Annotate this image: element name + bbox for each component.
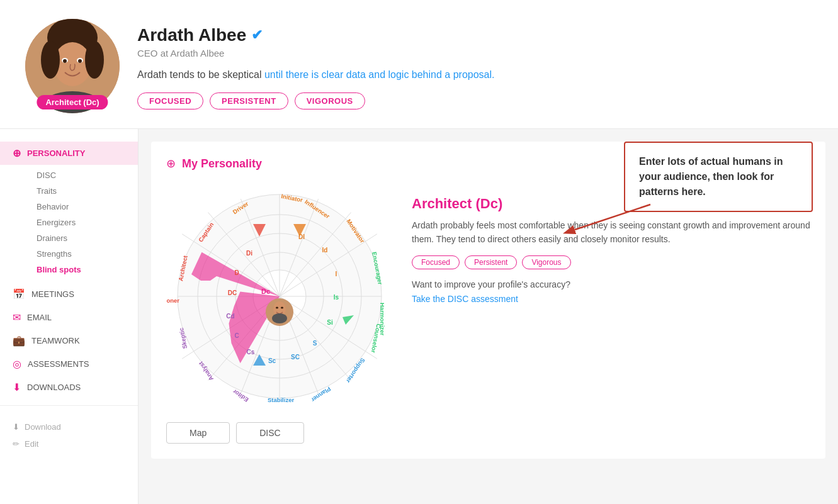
disc-s: S — [313, 340, 317, 347]
edit-label: Edit — [25, 439, 38, 449]
svg-point-38 — [272, 313, 287, 323]
disc-cd: Cd — [226, 313, 234, 320]
tag-vigorous: VIGOROUS — [295, 92, 365, 109]
tag-persistent: PERSISTENT — [210, 92, 288, 109]
disc-d: D — [234, 269, 239, 276]
sidebar-sub-drainers[interactable]: Drainers — [30, 230, 138, 246]
sidebar-downloads-label: DOWNLOADS — [27, 383, 81, 392]
bio-text-pre: Ardath tends to be skeptical — [137, 69, 264, 80]
disc-di: Di — [246, 250, 252, 257]
sidebar-item-meetings[interactable]: 📅 MEETINGS — [0, 283, 138, 306]
sidebar-assessments-label: ASSESSMENTS — [28, 359, 89, 369]
profile-tags: FOCUSED PERSISTENT VIGOROUS — [137, 92, 813, 109]
info-improve-text: Want to improve your profile's accuracy? — [412, 279, 810, 289]
sidebar-email-label: EMAIL — [27, 313, 52, 322]
sidebar-sub-energizers[interactable]: Energizers — [30, 215, 138, 230]
info-tag-vigorous: Vigorous — [522, 255, 570, 269]
profile-info: Ardath Albee ✔ CEO at Ardath Albee Ardat… — [137, 19, 813, 109]
disc-i: I — [336, 271, 337, 277]
sidebar-meetings-label: MEETINGS — [31, 289, 74, 299]
profile-bio: Ardath tends to be skeptical until there… — [137, 67, 813, 82]
sidebar-bottom: ⬇ Download ✏ Edit — [0, 412, 138, 459]
sidebar-item-assessments[interactable]: ◎ ASSESSMENTS — [0, 352, 138, 376]
sidebar-teamwork-label: TEAMWORK — [31, 336, 80, 345]
personality-icon: ⊕ — [13, 147, 21, 159]
tooltip-text: Enter lots of actual humans in your audi… — [639, 156, 783, 197]
tag-focused: FOCUSED — [137, 92, 203, 109]
tab-map[interactable]: Map — [166, 422, 230, 444]
sidebar-download-button[interactable]: ⬇ Download — [13, 418, 125, 435]
sidebar-item-teamwork[interactable]: 💼 TEAMWORK — [0, 329, 138, 352]
bio-text-highlight: until there is clear data and logic behi… — [264, 69, 495, 80]
disc-dc-center: Dc — [261, 288, 270, 295]
svg-point-9 — [78, 59, 82, 63]
disc-is: Is — [334, 294, 339, 301]
verified-icon: ✔ — [251, 27, 263, 43]
label-questioner: Questioner — [166, 297, 179, 304]
profile-header: Architect (Dc) Ardath Albee ✔ CEO at Ard… — [0, 0, 838, 129]
disc-id: Id — [322, 247, 328, 254]
sidebar-sub-personality: DISC Traits Behavior Energizers Drainers… — [0, 165, 138, 280]
tooltip-arrow-svg — [650, 204, 701, 230]
edit-icon-bottom: ✏ — [13, 439, 20, 449]
sidebar-personality-label: PERSONALITY — [27, 148, 85, 158]
svg-point-8 — [63, 59, 67, 63]
info-tag-focused: Focused — [412, 255, 460, 269]
main-layout: ⊕ PERSONALITY DISC Traits Behavior Energ… — [0, 129, 838, 504]
sidebar: ⊕ PERSONALITY DISC Traits Behavior Energ… — [0, 129, 139, 504]
tooltip-box: Enter lots of actual humans in your audi… — [624, 142, 813, 212]
sidebar-section-personality: ⊕ PERSONALITY DISC Traits Behavior Energ… — [0, 142, 138, 280]
meetings-icon: 📅 — [13, 288, 25, 300]
content-area: Enter lots of actual humans in your audi… — [139, 129, 838, 504]
avatar-badge: Architect (Dc) — [37, 95, 108, 109]
label-stabilizer: Stabilizer — [268, 396, 295, 403]
info-tags: Focused Persistent Vigorous — [412, 255, 810, 269]
sidebar-sub-strengths[interactable]: Strengths — [30, 246, 138, 262]
disc-c: C — [234, 332, 239, 339]
card-title-icon: ⊕ — [166, 157, 176, 171]
disc-si: Si — [327, 319, 333, 326]
profile-title: CEO at Ardath Albee — [137, 48, 813, 59]
download-label: Download — [25, 422, 61, 432]
profile-name: Ardath Albee — [137, 25, 246, 45]
sidebar-sub-behavior[interactable]: Behavior — [30, 199, 138, 215]
sidebar-item-personality[interactable]: ⊕ PERSONALITY — [0, 142, 138, 165]
sidebar-divider — [0, 405, 138, 406]
svg-point-4 — [85, 41, 104, 79]
avatar-wrapper: Architect (Dc) — [25, 19, 120, 113]
info-description: Ardath probably feels most comfortable w… — [412, 218, 810, 247]
tabs-row: Map DISC — [166, 422, 810, 444]
svg-point-36 — [276, 307, 278, 309]
teamwork-icon: 💼 — [13, 335, 25, 347]
sidebar-edit-button[interactable]: ✏ Edit — [13, 435, 125, 452]
email-icon: ✉ — [13, 311, 21, 323]
svg-point-3 — [41, 41, 60, 79]
info-tag-persistent: Persistent — [465, 255, 517, 269]
disc-sc-right: Sc — [268, 357, 276, 364]
sidebar-sub-traits[interactable]: Traits — [30, 183, 138, 199]
sidebar-sub-disc[interactable]: DISC — [30, 167, 138, 183]
sidebar-item-email[interactable]: ✉ EMAIL — [0, 306, 138, 329]
tab-disc[interactable]: DISC — [236, 422, 303, 444]
disc-dc: DC — [228, 289, 237, 296]
take-disc-link[interactable]: Take the DISC assessment — [412, 294, 518, 304]
downloads-icon: ⬇ — [13, 381, 21, 393]
card-title: My Personality — [182, 157, 262, 171]
disc-wheel: Initiator Influencer Motivator Encourage… — [166, 183, 393, 410]
sidebar-item-downloads[interactable]: ⬇ DOWNLOADS — [0, 376, 138, 399]
disc-sc-lower: SC — [291, 354, 300, 361]
download-icon-bottom: ⬇ — [13, 422, 20, 432]
sidebar-sub-blind-spots[interactable]: Blind spots — [30, 262, 138, 277]
profile-name-row: Ardath Albee ✔ — [137, 25, 813, 45]
disc-cs: Cs — [247, 349, 255, 356]
svg-point-37 — [281, 307, 283, 309]
personality-content: Initiator Influencer Motivator Encourage… — [166, 183, 810, 410]
assessments-icon: ◎ — [13, 358, 21, 370]
wheel-container: Initiator Influencer Motivator Encourage… — [166, 183, 393, 410]
